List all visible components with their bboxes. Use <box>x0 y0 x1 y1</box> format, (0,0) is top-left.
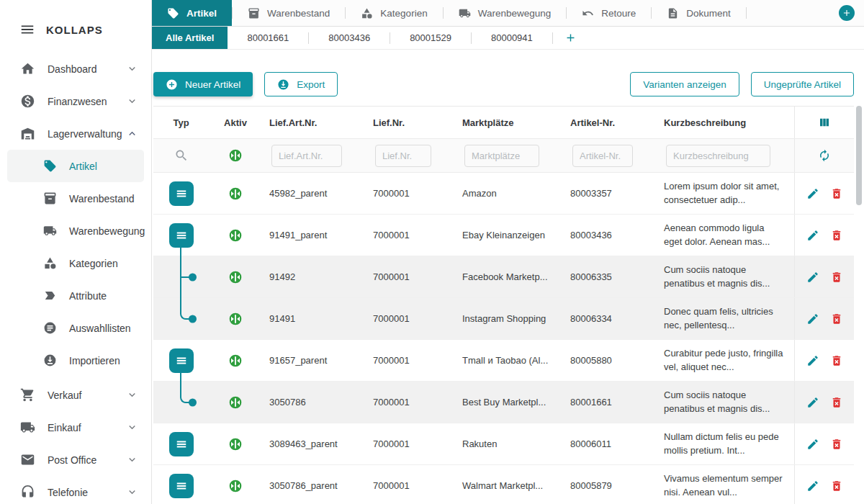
doc-tab-80001661[interactable]: 80001661 <box>228 27 308 49</box>
chevron-down-icon[interactable] <box>126 486 138 498</box>
type-cell <box>153 382 209 423</box>
expand-children-button[interactable] <box>169 432 194 456</box>
refresh-button[interactable] <box>818 149 831 162</box>
filter-input-marktpl-tze[interactable] <box>464 145 539 167</box>
column-header-artikel-nr[interactable]: Artikel-Nr. <box>563 117 657 128</box>
table-row[interactable]: 3050786_parent7000001Walmart Marketpl...… <box>153 465 854 504</box>
module-tab-artikel[interactable]: Artikel <box>152 0 232 26</box>
artikel-nr-cell: 80006334 <box>563 313 657 324</box>
sidebar-item-post-office[interactable]: Post Office <box>0 444 151 476</box>
table-row[interactable]: 91491_parent7000001Ebay Kleinanzeigen800… <box>153 215 854 256</box>
add-doc-tab-button[interactable] <box>560 27 581 49</box>
menu-icon[interactable] <box>19 22 35 37</box>
expand-children-button[interactable] <box>169 223 194 248</box>
column-header-marktpl-tze[interactable]: Marktplätze <box>455 117 563 128</box>
table-row[interactable]: 914927000001Facebook Marketp...80006335C… <box>153 256 854 298</box>
sidebar-item-finanzwesen[interactable]: Finanzwesen <box>0 85 151 117</box>
sidebar-subitem-attribute[interactable]: Attribute <box>7 279 144 312</box>
doc-tab-alle-artikel[interactable]: Alle Artikel <box>152 27 228 49</box>
unchecked-articles-button[interactable]: Ungeprüfte Artikel <box>751 72 854 96</box>
chevron-down-icon[interactable] <box>126 421 138 433</box>
type-cell <box>153 423 209 464</box>
column-header-typ[interactable]: Typ <box>153 117 209 128</box>
add-module-tab-button[interactable] <box>839 5 855 21</box>
edit-button[interactable] <box>806 354 819 367</box>
marktplaetze-cell: Tmall и Taobao (Al... <box>455 355 563 366</box>
sidebar-item-verkauf[interactable]: Verkauf <box>0 379 151 411</box>
module-tab-warenbestand[interactable]: Warenbestand <box>233 0 345 26</box>
delete-button[interactable] <box>830 229 843 242</box>
list-lines-icon <box>174 437 189 451</box>
chevron-down-icon[interactable] <box>126 95 138 107</box>
sidebar-item-dashboard[interactable]: Dashboard <box>0 53 151 85</box>
delete-button[interactable] <box>830 312 843 325</box>
vertical-scrollbar[interactable] <box>856 106 862 205</box>
filter-input-kurzbeschreibung[interactable] <box>666 145 770 167</box>
edit-button[interactable] <box>806 187 819 200</box>
expand-children-button[interactable] <box>169 474 194 498</box>
row-actions-cell <box>794 382 854 423</box>
edit-button[interactable] <box>806 396 819 409</box>
delete-button[interactable] <box>830 354 843 367</box>
edit-button[interactable] <box>806 312 819 325</box>
sidebar-subitem-warenbewegung[interactable]: Warenbewegung <box>7 215 144 247</box>
delete-button[interactable] <box>830 271 843 284</box>
sidebar-subitem-warenbestand[interactable]: Warenbestand <box>7 182 144 215</box>
doc-tab-80003436[interactable]: 80003436 <box>309 27 390 49</box>
sidebar-item-einkauf[interactable]: Einkauf <box>0 411 151 444</box>
table-row[interactable]: 30507867000001Best Buy Marketpl...800016… <box>153 382 854 423</box>
column-header-kurzbeschreibung[interactable]: Kurzbeschreibung <box>657 117 794 128</box>
sidebar-subitem-auswahllisten[interactable]: Auswahllisten <box>7 312 144 344</box>
module-tab-kategorien[interactable]: Kategorien <box>346 0 442 26</box>
delete-button[interactable] <box>830 480 843 492</box>
sidebar-subitem-kategorien[interactable]: Kategorien <box>7 247 144 279</box>
doc-tab-80000941[interactable]: 80000941 <box>472 27 552 49</box>
filter-input-artikel-nr[interactable] <box>572 145 633 167</box>
expand-children-button[interactable] <box>169 348 194 373</box>
active-icon <box>228 312 243 326</box>
table-row[interactable]: 3089463_parent7000001Rakuten80006011Null… <box>153 423 854 465</box>
brand: KOLLAPS <box>0 0 151 53</box>
sidebar-item-lagerverwaltung[interactable]: Lagerverwaltung <box>0 117 151 150</box>
sidebar-item-telefonie[interactable]: Telefonie <box>0 476 151 504</box>
row-actions-cell <box>794 423 854 464</box>
chevron-down-icon[interactable] <box>126 389 138 401</box>
edit-button[interactable] <box>806 229 819 242</box>
delete-icon <box>830 271 843 284</box>
module-tab-dokument[interactable]: Dokument <box>652 0 746 26</box>
new-article-button[interactable]: Neuer Artikel <box>153 72 253 96</box>
active-cell <box>209 312 262 326</box>
sidebar-subitem-artikel[interactable]: Artikel <box>7 150 144 182</box>
export-button[interactable]: Export <box>264 72 338 96</box>
table-row[interactable]: 45982_parent7000001Amazon80003357Lorem i… <box>153 173 854 215</box>
column-settings-button[interactable] <box>818 116 831 129</box>
delete-button[interactable] <box>830 187 843 200</box>
delete-button[interactable] <box>830 396 843 409</box>
sidebar-subitem-label: Auswahllisten <box>69 323 137 334</box>
column-header-lief-art-nr[interactable]: Lief.Art.Nr. <box>262 117 366 128</box>
chevron-up-icon[interactable] <box>126 127 138 140</box>
edit-button[interactable] <box>806 480 819 492</box>
sidebar-item-label: Post Office <box>48 454 126 466</box>
chevron-down-icon[interactable] <box>126 63 138 75</box>
active-icon[interactable] <box>228 148 243 163</box>
doc-tab-80001529[interactable]: 80001529 <box>390 27 471 49</box>
show-variants-button[interactable]: Varianten anzeigen <box>630 72 739 96</box>
filter-input-lief-nr[interactable] <box>375 145 431 167</box>
module-tab-retoure[interactable]: Retoure <box>567 0 651 26</box>
column-header-lief-nr[interactable]: Lief.Nr. <box>366 117 455 128</box>
edit-button[interactable] <box>806 271 819 284</box>
active-filter-cell[interactable] <box>209 148 262 163</box>
expand-children-button[interactable] <box>169 181 194 206</box>
table-row[interactable]: 914917000001Instagram Shopping80006334Do… <box>153 298 854 340</box>
type-filter-cell <box>153 148 209 163</box>
column-header-aktiv[interactable]: Aktiv <box>209 117 262 128</box>
sidebar-subitem-importieren[interactable]: Importieren <box>7 344 144 377</box>
delete-button[interactable] <box>830 438 843 451</box>
table-row[interactable]: 91657_parent7000001Tmall и Taobao (Al...… <box>153 340 854 382</box>
filter-input-lief-art-nr[interactable] <box>271 145 342 167</box>
row-actions-cell <box>794 215 854 256</box>
module-tab-warenbewegung[interactable]: Warenbewegung <box>444 0 567 26</box>
chevron-down-icon[interactable] <box>126 454 138 466</box>
edit-button[interactable] <box>806 438 819 451</box>
